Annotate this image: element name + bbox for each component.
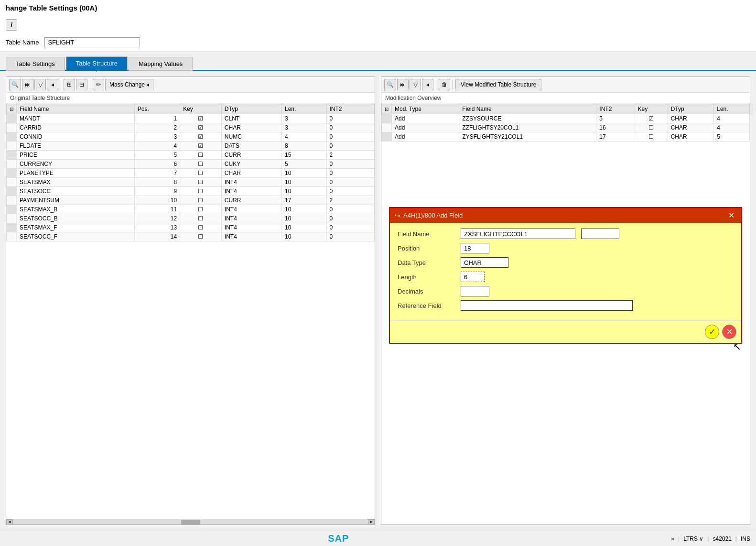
- footer-mode: INS: [741, 535, 750, 542]
- left-table-row[interactable]: SEATSMAX 8 ☐ INT4 10 0: [7, 178, 375, 187]
- right-int2-cell: 16: [596, 123, 635, 132]
- pos-cell: 14: [134, 232, 180, 241]
- key-cell: ☐: [180, 169, 222, 178]
- field-name-cell: PRICE: [17, 151, 135, 160]
- left-table-row[interactable]: CURRENCY 6 ☐ CUKY 5 0: [7, 160, 375, 169]
- pos-cell: 12: [134, 214, 180, 223]
- dtyp-cell: INT4: [221, 223, 281, 232]
- left-table-row[interactable]: PRICE 5 ☐ CURR 15 2: [7, 151, 375, 160]
- filter-button[interactable]: ▽: [34, 79, 46, 90]
- dialog-field-name-input[interactable]: [461, 229, 575, 239]
- right-row-indicator-header: ⊡: [382, 104, 392, 114]
- row-sel-13: [7, 232, 17, 241]
- table-name-input[interactable]: [44, 37, 140, 47]
- right-filter-arrow-icon: ◂: [426, 81, 429, 88]
- footer-server-dropdown[interactable]: ∨: [699, 535, 703, 542]
- edit-button[interactable]: ✏: [93, 79, 104, 90]
- right-find-button[interactable]: 🔍: [384, 79, 396, 90]
- scroll-left-arrow[interactable]: ◄: [6, 519, 13, 525]
- int2-cell: 0: [326, 205, 374, 214]
- col-field-name: Field Name: [17, 104, 135, 114]
- field-name-cell: CONNID: [17, 132, 135, 142]
- footer-nav-icon[interactable]: »: [671, 535, 674, 542]
- dialog-title-bar: ↪ A4H(1)/800 Add Field ✕: [390, 208, 741, 223]
- dtyp-cell: CHAR: [221, 169, 281, 178]
- right-col-field-name: Field Name: [459, 104, 596, 114]
- left-table-row[interactable]: SEATSOCC_B 12 ☐ INT4 10 0: [7, 214, 375, 223]
- left-table-row[interactable]: PAYMENTSUM 10 ☐ CURR 17 2: [7, 196, 375, 205]
- window-title: hange Table Settings (00A): [6, 4, 97, 12]
- right-find-next-button[interactable]: ⏭: [397, 79, 409, 90]
- edit-icon: ✏: [96, 81, 101, 88]
- filter-chevron-icon: ◂: [51, 81, 54, 88]
- left-table-wrapper[interactable]: ⊡ Field Name Pos. Key DTyp Len. INT2 MAN…: [6, 104, 375, 519]
- filter-arrow-button[interactable]: ◂: [47, 79, 58, 90]
- mass-change-button[interactable]: Mass Change ◂: [105, 79, 153, 90]
- mod-type-cell: Add: [392, 132, 459, 142]
- int2-cell: 0: [326, 114, 374, 123]
- left-table-row[interactable]: CONNID 3 ☑ NUMC 4 0: [7, 132, 375, 142]
- row-sel-1: [7, 123, 17, 132]
- right-table-row[interactable]: Add ZZFLIGHTSY20COL1 16 ☐ CHAR 4: [382, 123, 750, 132]
- find-next-button[interactable]: ⏭: [22, 79, 33, 90]
- left-table-row[interactable]: MANDT 1 ☑ CLNT 3 0: [7, 114, 375, 123]
- dialog-body: Field Name Position Data Type: [390, 223, 741, 320]
- right-find-next-icon: ⏭: [400, 81, 406, 88]
- pos-cell: 1: [134, 114, 180, 123]
- right-dtyp-cell: CHAR: [668, 114, 714, 123]
- dialog-close-button[interactable]: ✕: [726, 211, 736, 220]
- dtyp-cell: NUMC: [221, 132, 281, 142]
- right-table-row[interactable]: Add ZYSFLIGHTSY21COL1 17 ☐ CHAR 5: [382, 132, 750, 142]
- view-modified-button[interactable]: View Modified Table Structure: [455, 79, 541, 90]
- scroll-thumb[interactable]: [181, 520, 200, 524]
- table-settings-button[interactable]: ⊞: [64, 79, 75, 90]
- dialog-position-input[interactable]: [461, 243, 489, 253]
- left-table-row[interactable]: FLDATE 4 ☑ DATS 8 0: [7, 142, 375, 151]
- ok-check-icon: ✓: [709, 327, 716, 337]
- find-button[interactable]: 🔍: [9, 79, 21, 90]
- left-table-row[interactable]: SEATSMAX_F 13 ☐ INT4 10 0: [7, 223, 375, 232]
- field-name-cell: SEATSOCC_B: [17, 214, 135, 223]
- dialog-data-type-input[interactable]: [461, 257, 508, 268]
- right-col-mod-type: Mod. Type: [392, 104, 459, 114]
- dialog-cancel-button[interactable]: ✕: [722, 325, 736, 339]
- pos-cell: 10: [134, 196, 180, 205]
- right-col-int2: INT2: [596, 104, 635, 114]
- dialog-ok-button[interactable]: ✓: [705, 325, 719, 339]
- table-settings2-button[interactable]: ⊟: [76, 79, 87, 90]
- row-sel-2: [7, 132, 17, 142]
- right-trash-button[interactable]: 🗑: [439, 79, 450, 90]
- tab-settings[interactable]: Table Settings: [6, 57, 65, 71]
- filter-icon: ▽: [38, 81, 43, 88]
- dialog-ref-field-input[interactable]: [461, 300, 633, 311]
- footer-server[interactable]: LTRS ∨: [683, 535, 703, 542]
- dialog-length-input[interactable]: [461, 272, 485, 282]
- dtyp-cell: INT4: [221, 178, 281, 187]
- dialog-data-type-row: Data Type: [398, 257, 734, 268]
- right-filter-arrow[interactable]: ◂: [422, 79, 433, 90]
- left-toolbar: 🔍 ⏭ ▽ ◂ ⊞ ⊟ ✏: [6, 77, 375, 93]
- dialog-field-name-extra[interactable]: [581, 229, 619, 239]
- right-len-cell: 4: [714, 123, 750, 132]
- right-filter-button[interactable]: ▽: [410, 79, 421, 90]
- find-next-icon: ⏭: [25, 81, 31, 88]
- left-table-row[interactable]: SEATSOCC 9 ☐ INT4 10 0: [7, 187, 375, 196]
- left-table-row[interactable]: SEATSOCC_F 14 ☐ INT4 10 0: [7, 232, 375, 241]
- scroll-right-arrow[interactable]: ►: [368, 519, 375, 525]
- dialog-title-icon: ↪: [395, 212, 400, 219]
- right-data-table: ⊡ Mod. Type Field Name INT2 Key DTyp Len…: [381, 104, 750, 142]
- left-table-row[interactable]: PLANETYPE 7 ☐ CHAR 10 0: [7, 169, 375, 178]
- tab-structure[interactable]: Table Structure: [66, 56, 128, 71]
- left-scrollbar[interactable]: ◄ ►: [6, 519, 375, 524]
- left-table-row[interactable]: SEATSMAX_B 11 ☐ INT4 10 0: [7, 205, 375, 214]
- right-table-wrapper[interactable]: ⊡ Mod. Type Field Name INT2 Key DTyp Len…: [381, 104, 750, 199]
- left-table-row[interactable]: CARRID 2 ☑ CHAR 3 0: [7, 123, 375, 132]
- right-len-cell: 5: [714, 132, 750, 142]
- table-name-row: Table Name: [0, 33, 756, 52]
- right-table-row[interactable]: Add ZZSYSOURCE 5 ☑ CHAR 4: [382, 114, 750, 123]
- right-row-sel-1: [382, 123, 392, 132]
- info-icon[interactable]: i: [6, 19, 17, 31]
- dialog-decimals-input[interactable]: [461, 286, 489, 296]
- tab-mapping[interactable]: Mapping Values: [129, 57, 193, 71]
- row-sel-7: [7, 178, 17, 187]
